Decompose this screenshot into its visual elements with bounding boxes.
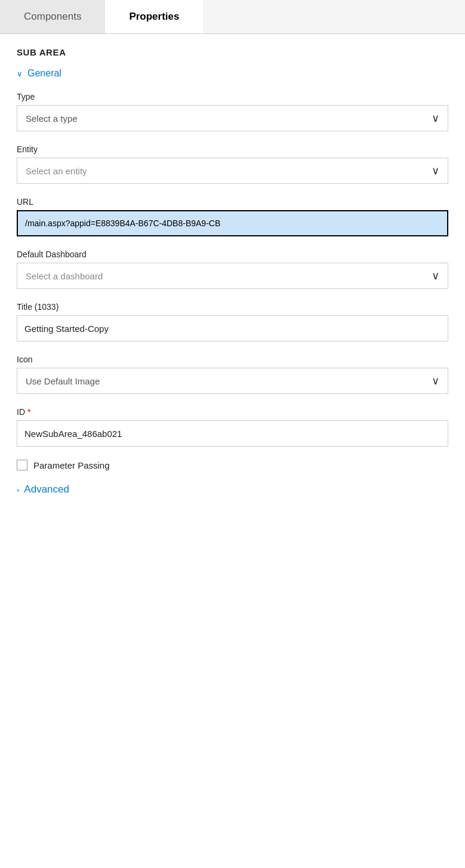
id-field-group: ID * xyxy=(17,407,448,447)
properties-content: SUB AREA ∨ General Type Select a type ∨ … xyxy=(0,34,465,868)
parameter-passing-row: Parameter Passing xyxy=(17,460,448,470)
entity-label: Entity xyxy=(17,144,448,154)
icon-field-group: Icon Use Default Image ∨ xyxy=(17,355,448,394)
default-dashboard-label: Default Dashboard xyxy=(17,250,448,259)
icon-select-value: Use Default Image xyxy=(26,376,100,386)
icon-chevron-icon: ∨ xyxy=(432,374,439,387)
parameter-passing-field-group: Parameter Passing xyxy=(17,460,448,470)
id-label: ID * xyxy=(17,407,448,417)
url-input[interactable] xyxy=(17,210,448,236)
icon-label: Icon xyxy=(17,355,448,364)
url-label: URL xyxy=(17,197,448,207)
type-label: Type xyxy=(17,92,448,101)
type-select[interactable]: Select a type ∨ xyxy=(17,105,448,131)
parameter-passing-label: Parameter Passing xyxy=(33,460,110,470)
tab-properties[interactable]: Properties xyxy=(105,0,203,33)
title-field-group: Title (1033) xyxy=(17,302,448,341)
advanced-label: Advanced xyxy=(24,484,69,495)
dashboard-chevron-icon: ∨ xyxy=(432,269,439,282)
entity-chevron-icon: ∨ xyxy=(432,164,439,177)
section-title: SUB AREA xyxy=(17,47,448,57)
main-container: Components Properties SUB AREA ∨ General… xyxy=(0,0,465,868)
entity-field-group: Entity Select an entity ∨ xyxy=(17,144,448,184)
default-dashboard-placeholder: Select a dashboard xyxy=(26,271,103,281)
required-star: * xyxy=(27,407,30,417)
tab-components[interactable]: Components xyxy=(0,0,105,33)
type-field-group: Type Select a type ∨ xyxy=(17,92,448,131)
general-group-header[interactable]: ∨ General xyxy=(17,68,448,79)
chevron-down-icon: ∨ xyxy=(17,69,23,78)
parameter-passing-checkbox[interactable] xyxy=(17,460,27,470)
general-group-label: General xyxy=(27,68,61,79)
tab-bar: Components Properties xyxy=(0,0,465,34)
type-chevron-icon: ∨ xyxy=(432,112,439,125)
chevron-right-icon: › xyxy=(17,485,19,494)
type-select-value: Select a type xyxy=(26,113,78,124)
entity-select[interactable]: Select an entity ∨ xyxy=(17,158,448,184)
default-dashboard-select[interactable]: Select a dashboard ∨ xyxy=(17,263,448,289)
entity-select-placeholder: Select an entity xyxy=(26,166,87,176)
title-input[interactable] xyxy=(17,315,448,341)
title-label: Title (1033) xyxy=(17,302,448,312)
url-field-group: URL xyxy=(17,197,448,236)
general-group: ∨ General Type Select a type ∨ Entity Se… xyxy=(17,68,448,470)
id-input[interactable] xyxy=(17,420,448,447)
icon-select[interactable]: Use Default Image ∨ xyxy=(17,368,448,394)
advanced-row[interactable]: › Advanced xyxy=(17,484,448,495)
default-dashboard-field-group: Default Dashboard Select a dashboard ∨ xyxy=(17,250,448,289)
